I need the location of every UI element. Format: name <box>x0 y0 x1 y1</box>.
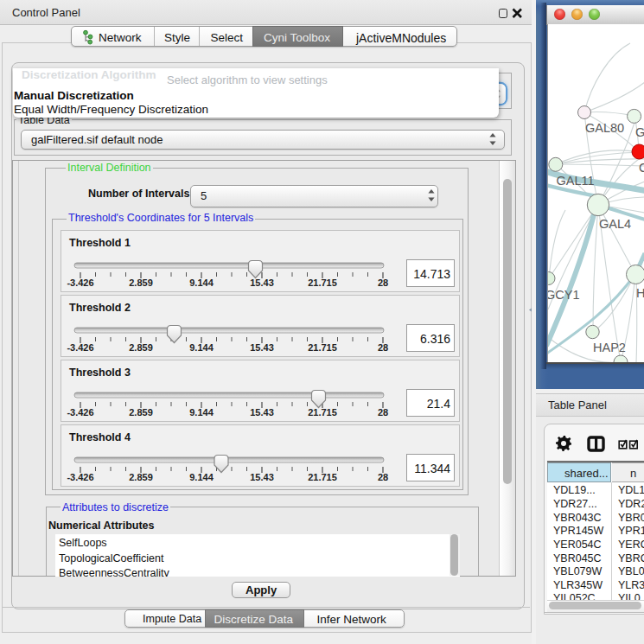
svg-text:15.43: 15.43 <box>250 472 274 482</box>
svg-text:GCY1: GCY1 <box>548 288 580 302</box>
svg-text:9.144: 9.144 <box>189 277 214 288</box>
svg-text:21.715: 21.715 <box>308 472 337 482</box>
svg-text:H: H <box>636 286 644 300</box>
svg-text:15.43: 15.43 <box>250 342 274 353</box>
svg-text:9.144: 9.144 <box>189 472 214 482</box>
svg-text:15.43: 15.43 <box>250 277 274 288</box>
svg-text:GA: GA <box>635 125 644 139</box>
svg-text:2.859: 2.859 <box>129 277 153 288</box>
svg-text:2.859: 2.859 <box>129 472 153 482</box>
svg-text:2.859: 2.859 <box>129 407 153 418</box>
svg-text:-3.426: -3.426 <box>67 407 93 418</box>
svg-text:-3.426: -3.426 <box>67 342 93 353</box>
svg-text:GAL80: GAL80 <box>585 121 624 135</box>
svg-text:9.144: 9.144 <box>189 342 214 353</box>
svg-text:C: C <box>639 161 644 175</box>
svg-text:28: 28 <box>378 407 388 418</box>
svg-text:15.43: 15.43 <box>250 407 274 418</box>
svg-text:21.715: 21.715 <box>308 277 337 288</box>
svg-text:-3.426: -3.426 <box>67 472 93 482</box>
svg-text:9.144: 9.144 <box>189 407 214 418</box>
svg-text:21.715: 21.715 <box>308 342 337 353</box>
svg-text:-3.426: -3.426 <box>67 277 93 288</box>
svg-text:28: 28 <box>378 342 388 353</box>
svg-text:GAL4: GAL4 <box>599 217 631 231</box>
svg-text:28: 28 <box>378 277 388 288</box>
svg-text:28: 28 <box>378 472 388 482</box>
svg-text:GAL11: GAL11 <box>557 174 595 188</box>
svg-text:2.859: 2.859 <box>129 342 153 353</box>
svg-text:21.715: 21.715 <box>308 407 337 418</box>
svg-text:HAP2: HAP2 <box>593 341 626 354</box>
